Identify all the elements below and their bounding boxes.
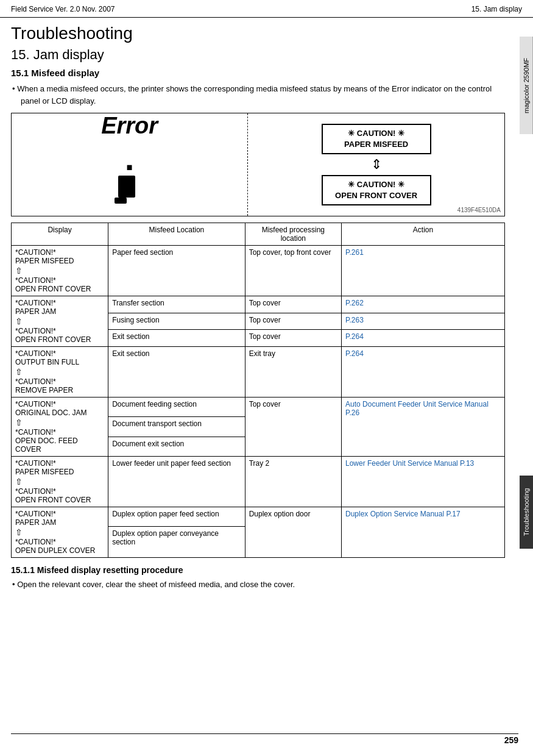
proc-cell: Top cover: [245, 313, 341, 330]
main-content: Troubleshooting 15. Jam display 15.1 Mis…: [0, 18, 520, 603]
location-cell: Document transport section: [108, 417, 245, 437]
action-cell: P.262: [342, 296, 505, 313]
col-header-action: Action: [342, 223, 505, 246]
error-display-box: Error . ✳ CAUTION! ✳ PAPER MISFEED ⇕ ✳ C…: [11, 113, 505, 216]
location-cell: Duplex option paper feed section: [108, 507, 245, 527]
error-icon: .: [119, 141, 140, 180]
svg-rect-1: [115, 198, 127, 204]
action-link[interactable]: P.264: [345, 332, 364, 341]
location-cell: Exit section: [108, 347, 245, 398]
proc-cell: Top cover: [245, 398, 341, 457]
col-header-processing: Misfeed processing location: [245, 223, 341, 246]
table-row: *CAUTION!*PAPER MISFEED⇧*CAUTION!*OPEN F…: [12, 457, 505, 507]
location-cell: Lower feeder unit paper feed section: [108, 457, 245, 507]
arrow-icon: ⇕: [371, 158, 382, 171]
display-cell: *CAUTION!*PAPER MISFEED⇧*CAUTION!*OPEN F…: [12, 246, 108, 296]
footer-line: [11, 733, 518, 734]
misfeed-table: Display Misfeed Location Misfeed process…: [11, 223, 505, 558]
action-cell: P.264: [342, 347, 505, 398]
proc-cell: Top cover, top front cover: [245, 246, 341, 296]
action-link[interactable]: Auto Document Feeder Unit Service Manual…: [345, 400, 489, 417]
action-link[interactable]: P.262: [345, 299, 364, 307]
caution-top-line2: PAPER MISFEED: [331, 139, 422, 150]
action-cell: Duplex Option Service Manual P.17: [342, 507, 505, 558]
action-cell: Lower Feeder Unit Service Manual P.13: [342, 457, 505, 507]
location-cell: Duplex option paper conveyance section: [108, 526, 245, 557]
error-label: Error: [101, 113, 158, 139]
display-cell: *CAUTION!*PAPER MISFEED⇧*CAUTION!*OPEN F…: [12, 457, 108, 507]
col-header-display: Display: [12, 223, 108, 246]
location-cell: Transfer section: [108, 296, 245, 313]
caution-bottom-line2: OPEN FRONT COVER: [331, 190, 422, 201]
side-label-bottom: Troubleshooting: [520, 476, 533, 549]
table-row: *CAUTION!*OUTPUT BIN FULL⇧*CAUTION!*REMO…: [12, 347, 505, 398]
action-link[interactable]: P.263: [345, 316, 364, 324]
svg-rect-0: [118, 176, 135, 198]
action-link[interactable]: P.264: [345, 349, 364, 358]
location-cell: Fusing section: [108, 313, 245, 330]
bullet-text: When a media misfeed occurs, the printer…: [21, 83, 505, 107]
display-cell: *CAUTION!*OUTPUT BIN FULL⇧*CAUTION!*REMO…: [12, 347, 108, 398]
display-cell: *CAUTION!*ORIGINAL DOC. JAM⇧*CAUTION!*OP…: [12, 398, 108, 457]
proc-cell: Exit tray: [245, 347, 341, 398]
location-cell: Paper feed section: [108, 246, 245, 296]
caution-box-top: ✳ CAUTION! ✳ PAPER MISFEED: [322, 124, 431, 154]
table-row: *CAUTION!*PAPER JAM⇧*CAUTION!*OPEN DUPLE…: [12, 507, 505, 527]
display-cell: *CAUTION!*PAPER JAM⇧*CAUTION!*OPEN FRONT…: [12, 296, 108, 347]
page-title: Troubleshooting: [11, 24, 505, 43]
proc-cell: Top cover: [245, 296, 341, 313]
page-number: 259: [504, 735, 518, 745]
section-title: 15. Jam display: [11, 47, 505, 63]
error-right-panel: ✳ CAUTION! ✳ PAPER MISFEED ⇕ ✳ CAUTION! …: [248, 113, 504, 216]
proc-cell: Top cover: [245, 330, 341, 347]
caution-box-bottom: ✳ CAUTION! ✳ OPEN FRONT COVER: [322, 175, 431, 205]
error-left-panel: Error .: [12, 113, 248, 216]
header-left: Field Service Ver. 2.0 Nov. 2007: [11, 5, 115, 13]
action-link[interactable]: P.261: [345, 248, 364, 257]
display-cell: *CAUTION!*PAPER JAM⇧*CAUTION!*OPEN DUPLE…: [12, 507, 108, 558]
table-row: *CAUTION!*PAPER JAM⇧*CAUTION!*OPEN FRONT…: [12, 296, 505, 313]
caution-top-line1: ✳ CAUTION! ✳: [331, 128, 422, 139]
subsubsection-bullet: Open the relevant cover, clear the sheet…: [21, 579, 505, 591]
action-cell: Auto Document Feeder Unit Service Manual…: [342, 398, 505, 457]
table-row: *CAUTION!*ORIGINAL DOC. JAM⇧*CAUTION!*OP…: [12, 398, 505, 417]
header-right: 15. Jam display: [471, 5, 522, 13]
error-shape-icon: [115, 176, 145, 217]
action-cell: P.261: [342, 246, 505, 296]
proc-cell: Tray 2: [245, 457, 341, 507]
subsection-title: 15.1 Misfeed display: [11, 68, 505, 78]
location-cell: Document feeding section: [108, 398, 245, 417]
col-header-location: Misfeed Location: [108, 223, 245, 246]
action-link[interactable]: Lower Feeder Unit Service Manual P.13: [345, 459, 474, 468]
page-header: Field Service Ver. 2.0 Nov. 2007 15. Jam…: [0, 0, 533, 18]
image-ref: 4139F4E510DA: [457, 207, 501, 213]
caution-bottom-line1: ✳ CAUTION! ✳: [331, 179, 422, 190]
location-cell: Document exit section: [108, 437, 245, 456]
side-label-top: magicolor 2590MF: [520, 37, 533, 134]
action-cell: P.264: [342, 330, 505, 347]
proc-cell: Duplex option door: [245, 507, 341, 558]
location-cell: Exit section: [108, 330, 245, 347]
subsubsection-title: 15.1.1 Misfeed display resetting procedu…: [11, 565, 505, 575]
action-link[interactable]: Duplex Option Service Manual P.17: [345, 510, 461, 518]
table-row: *CAUTION!*PAPER MISFEED⇧*CAUTION!*OPEN F…: [12, 246, 505, 296]
action-cell: P.263: [342, 313, 505, 330]
